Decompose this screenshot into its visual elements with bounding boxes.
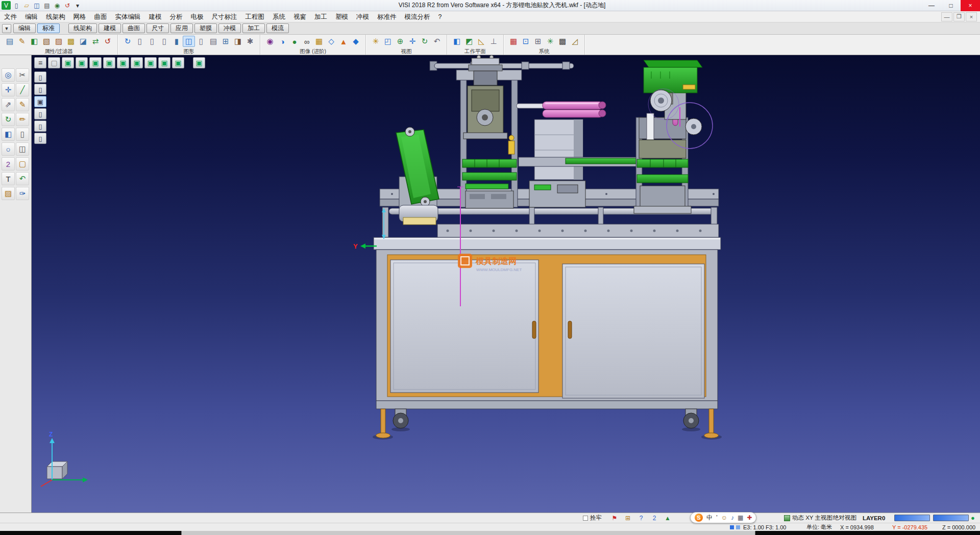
notes-icon[interactable]: ▤: [207, 36, 219, 47]
menu-item[interactable]: 文件: [0, 11, 21, 22]
properties-icon[interactable]: ▤: [4, 36, 16, 47]
view-combo[interactable]: 动态 XY 主视图: [784, 513, 832, 523]
view-front-icon[interactable]: ▣: [89, 57, 102, 68]
view-right-icon[interactable]: ▣: [103, 57, 115, 68]
grid-view-icon[interactable]: ⊞: [219, 36, 232, 47]
profiles-icon[interactable]: ▲: [664, 514, 672, 522]
tab-edit[interactable]: 编辑: [13, 23, 36, 33]
single-view-icon[interactable]: ▯: [34, 84, 46, 95]
menu-item[interactable]: 加工: [310, 11, 331, 22]
tab-plastic[interactable]: 塑膜: [194, 23, 217, 33]
selection-filter-icon[interactable]: ◪: [77, 36, 89, 47]
view-list-icon[interactable]: ≡: [34, 57, 46, 68]
viewport-2-icon[interactable]: ▯: [146, 36, 158, 47]
stereo-glasses-icon[interactable]: ∞: [301, 36, 313, 47]
viewport-3-icon[interactable]: ▯: [158, 36, 170, 47]
entity-filter-icon[interactable]: ▨: [53, 36, 65, 47]
calculator-icon[interactable]: ▩: [556, 36, 569, 47]
menu-item[interactable]: 工程图: [241, 11, 269, 22]
ime-keyboard-icon[interactable]: ▦: [738, 514, 743, 521]
edit-attributes-icon[interactable]: ✎: [16, 36, 28, 47]
sogou-logo-icon[interactable]: S: [695, 514, 703, 522]
copy-icon[interactable]: ◫: [16, 142, 29, 156]
zoom-all-icon[interactable]: ✳: [370, 36, 382, 47]
texture-icon[interactable]: ▦: [313, 36, 325, 47]
view-bottom-icon[interactable]: ▣: [144, 57, 157, 68]
layout-full-icon[interactable]: ▯: [34, 133, 46, 144]
menu-item[interactable]: 尺寸标注: [208, 11, 241, 22]
color-filter-icon[interactable]: ◧: [28, 36, 40, 47]
section-icon[interactable]: ▲: [337, 36, 350, 47]
workplane-align-icon[interactable]: ◩: [463, 36, 475, 47]
graphics-options-icon[interactable]: ✱: [244, 36, 256, 47]
view-top-icon[interactable]: ▣: [76, 57, 88, 68]
workplane-normal-icon[interactable]: ⊥: [487, 36, 500, 47]
tab-machining[interactable]: 加工: [242, 23, 265, 33]
polyline-icon[interactable]: ⇗: [2, 98, 15, 111]
tab-surface[interactable]: 曲面: [122, 23, 145, 33]
tab-modeling[interactable]: 建模: [99, 23, 121, 33]
help-icon[interactable]: ?: [637, 514, 645, 522]
color-table-icon[interactable]: ▦: [507, 36, 520, 47]
new-file-icon[interactable]: ▯: [12, 1, 21, 10]
menu-item[interactable]: 冲模: [352, 11, 373, 22]
menu-item[interactable]: 建模: [145, 11, 166, 22]
tab-wireframe[interactable]: 线架构: [68, 23, 97, 33]
doc-minimize-button[interactable]: —: [941, 12, 952, 21]
edit-geometry-icon[interactable]: ✎: [16, 98, 29, 111]
menu-item[interactable]: 分析: [166, 11, 187, 22]
transparency-icon[interactable]: ◇: [325, 36, 337, 47]
menu-item[interactable]: 编辑: [21, 11, 42, 22]
view-back-icon[interactable]: ▣: [131, 57, 143, 68]
snap-settings-icon[interactable]: ✳: [544, 36, 556, 47]
undo-geometry-icon[interactable]: ↶: [16, 172, 29, 185]
menu-item[interactable]: 电极: [187, 11, 208, 22]
view-iso-icon[interactable]: ▣: [62, 57, 74, 68]
view-iso-rear-icon[interactable]: ▣: [158, 57, 170, 68]
monitor-icon[interactable]: ⊡: [520, 36, 532, 47]
view-left-icon[interactable]: ▣: [117, 57, 129, 68]
trim-icon[interactable]: ✂: [16, 68, 29, 82]
menu-item[interactable]: 系统: [268, 11, 289, 22]
view-dynamic-icon[interactable]: ▣: [193, 57, 205, 68]
menu-item[interactable]: 实体编辑: [111, 11, 145, 22]
ime-voice-icon[interactable]: ♪: [731, 514, 734, 521]
visi-logo-icon[interactable]: V: [2, 1, 11, 10]
sheet-icon[interactable]: ▯: [16, 128, 29, 141]
shaded-mode-icon[interactable]: ◫: [183, 36, 195, 47]
doc-close-button[interactable]: ×: [966, 12, 977, 21]
multi-view-icon[interactable]: ▯: [34, 108, 46, 119]
snap-flag-icon[interactable]: ⚑: [610, 514, 619, 522]
material-icon[interactable]: ●: [288, 36, 301, 47]
workplane-xy-icon[interactable]: ◧: [451, 36, 463, 47]
tab-die[interactable]: 冲模: [218, 23, 241, 33]
tabbar-dropdown-icon[interactable]: ▼: [2, 24, 11, 33]
print-icon[interactable]: ▤: [42, 1, 52, 10]
orbit-icon[interactable]: ↻: [419, 36, 431, 47]
active-sheet-icon[interactable]: ▣: [34, 96, 46, 107]
layer-filter-icon[interactable]: ▧: [40, 36, 53, 47]
menu-item[interactable]: 视窗: [289, 11, 310, 22]
draft-angle-icon[interactable]: ◿: [569, 36, 581, 47]
redraw-icon[interactable]: ↻: [121, 36, 134, 47]
point-icon[interactable]: ✛: [2, 83, 15, 96]
zoom-window-icon[interactable]: ◎: [2, 68, 15, 82]
mirror-icon[interactable]: ◧: [2, 128, 15, 141]
grid-toggle-icon[interactable]: ⊞: [624, 514, 632, 522]
save-icon[interactable]: ◫: [32, 1, 41, 10]
lock-checkbox[interactable]: [583, 516, 588, 521]
tab-dimension[interactable]: 尺寸: [146, 23, 169, 33]
previous-view-icon[interactable]: ↶: [431, 36, 443, 47]
minimize-button[interactable]: —: [922, 0, 941, 11]
zoom-in-icon[interactable]: ⊕: [394, 36, 406, 47]
view-plain-icon[interactable]: ▢: [48, 57, 60, 68]
hatch-icon[interactable]: ▨: [2, 187, 15, 200]
mask-filter-icon[interactable]: ▩: [65, 36, 77, 47]
menu-item[interactable]: 模流分析: [401, 11, 434, 22]
shading-icon[interactable]: ◑: [276, 36, 288, 47]
close-button[interactable]: ×: [961, 0, 980, 11]
maximize-button[interactable]: □: [941, 0, 961, 11]
circle-icon[interactable]: ○: [2, 142, 15, 156]
menu-item[interactable]: 网格: [69, 11, 90, 22]
annotate-icon[interactable]: ✑: [16, 187, 29, 200]
